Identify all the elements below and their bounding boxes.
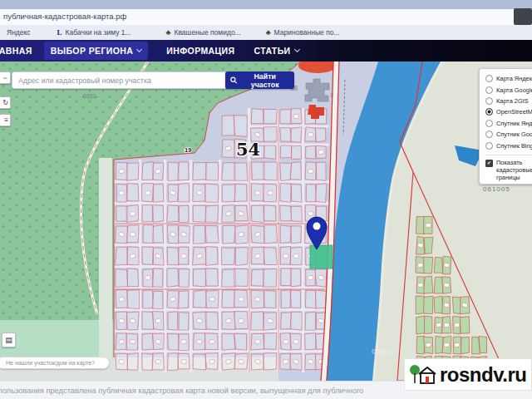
quarter-number-label: 54 — [236, 139, 260, 160]
browser-tab-strip — [0, 0, 532, 9]
watermark: rosndv.ru — [404, 358, 532, 391]
map-copyright: © Публ... — [372, 349, 394, 356]
layer-label: Спутник Яндекс — [496, 120, 532, 127]
watermark-site: rosndv.ru — [440, 363, 526, 387]
bookmark-item[interactable]: ♣ Квашеные помидо... — [166, 28, 241, 37]
bookmarks-bar: Яндекс L Кабачки на зиму 1... ♣ Квашеные… — [0, 25, 532, 40]
layer-option-yandex-satellite[interactable]: Спутник Яндекс — [485, 118, 532, 129]
layer-label: Карта Яндекс — [496, 75, 532, 82]
layer-label: Карта Google — [496, 86, 532, 94]
nav-item-region-select[interactable]: ВЫБОР РЕГИОНА — [44, 42, 149, 60]
bookmark-item[interactable]: L Кабачки на зиму 1... — [57, 28, 131, 37]
layer-option-bing-satellite[interactable]: Спутник Bing — [485, 140, 532, 150]
nav-item-information[interactable]: ИНФОРМАЦИЯ — [160, 42, 241, 60]
layer-option-2gis-map[interactable]: Карта 2GIS — [485, 96, 532, 106]
legend-button[interactable]: ▤ — [2, 332, 16, 347]
not-found-button[interactable]: Не нашли участок/дом на карте? — [0, 357, 110, 369]
radio-icon — [485, 120, 493, 127]
bookmark-label: Кабачки на зиму 1... — [66, 28, 131, 37]
radio-icon — [485, 75, 493, 82]
nav-item-main[interactable]: ГЛАВНАЯ — [0, 42, 39, 60]
map-container: 54 19 0101 061005 © Публ... — [0, 62, 532, 381]
checkbox-label: Показать кадастровые границы участков — [496, 159, 532, 185]
letter-l-icon: L — [57, 28, 62, 37]
berry-icon: ♣ — [166, 28, 171, 37]
nav-label: ВЫБОР РЕГИОНА — [51, 46, 134, 56]
map-tool-button-1[interactable]: ⇔ — [0, 71, 11, 84]
layer-label: Карта 2GIS — [496, 97, 529, 105]
nav-label: ИНФОРМАЦИЯ — [166, 46, 234, 56]
chevron-down-icon — [294, 47, 300, 52]
bookmark-yandex[interactable]: Яндекс — [7, 28, 31, 37]
panel-divider — [485, 155, 532, 155]
chevron-down-icon — [136, 47, 142, 52]
find-parcel-label: Найти участок — [240, 72, 289, 89]
map-tool-button-3[interactable]: ≡ — [0, 114, 11, 126]
site-nav: ГЛАВНАЯ ВЫБОР РЕГИОНА ИНФОРМАЦИЯ СТАТЬИ — [0, 40, 532, 62]
search-icon — [230, 76, 237, 84]
radio-icon — [485, 97, 493, 105]
berry-icon: ♣ — [266, 28, 271, 37]
nav-label: СТАТЬИ — [254, 46, 291, 56]
find-parcel-button[interactable]: Найти участок — [225, 71, 294, 89]
layer-option-openstreetmap[interactable]: OpenStreetMap — [485, 106, 532, 117]
nav-label: ГЛАВНАЯ — [0, 46, 32, 56]
layer-option-google-satellite[interactable]: Спутник Google — [485, 129, 532, 140]
selected-parcel-highlight — [310, 245, 332, 268]
bookmark-label: Маринованные по... — [274, 28, 340, 37]
radio-icon — [485, 142, 493, 150]
zone-code-label: 0101 — [83, 93, 96, 99]
layer-label: Спутник Google — [496, 131, 532, 138]
cadastral-map[interactable]: 54 19 0101 061005 © Публ... — [0, 62, 532, 381]
browser-tab-title: публичная-кадастровая-карта.рф — [3, 12, 126, 21]
layer-option-yandex-map[interactable]: Карта Яндекс — [485, 73, 532, 84]
radio-icon — [485, 86, 493, 94]
radio-icon — [485, 131, 493, 138]
district-code-label: 061005 — [483, 185, 510, 193]
radio-selected-icon — [485, 108, 493, 116]
parcel-number-label: 19 — [185, 146, 191, 154]
bookmark-item[interactable]: ♣ Маринованные по... — [266, 28, 340, 37]
search-input[interactable] — [12, 71, 228, 89]
nav-item-articles[interactable]: СТАТЬИ — [248, 42, 306, 60]
layer-option-google-map[interactable]: Карта Google — [485, 84, 532, 95]
footer-text: использования представлена публичная кад… — [0, 387, 363, 395]
layer-label: OpenStreetMap — [496, 108, 532, 116]
show-boundaries-checkbox[interactable]: ✔ Показать кадастровые границы участков — [485, 159, 532, 185]
layers-panel: Карта Яндекс Карта Google Карта 2GIS Ope… — [479, 68, 532, 185]
layer-label: Спутник Bing — [496, 142, 532, 150]
map-tool-button-2[interactable]: ↻ — [0, 96, 11, 109]
bookmark-label: Квашеные помидо... — [174, 28, 240, 37]
browser-window-button[interactable] — [514, 8, 532, 25]
bookmark-label: Яндекс — [7, 28, 31, 37]
house-tree-logo-icon — [409, 362, 437, 388]
checkbox-checked-icon: ✔ — [485, 160, 493, 167]
